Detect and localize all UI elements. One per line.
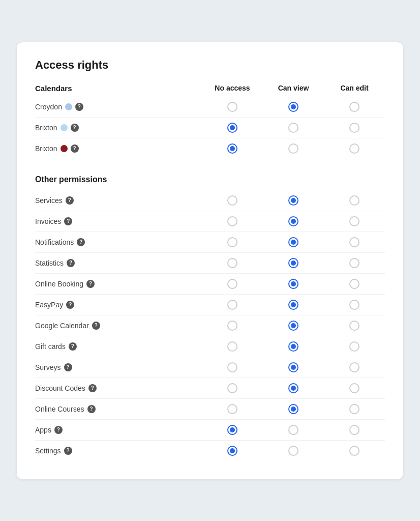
radio-button[interactable] [227,383,237,393]
radio-cell [263,195,324,206]
row-label: Invoices? [35,217,202,225]
radio-button[interactable] [349,362,359,372]
radio-cell [202,321,263,331]
radio-button[interactable] [349,404,359,414]
help-icon[interactable]: ? [54,426,63,434]
radio-cell [263,425,324,435]
radio-button[interactable] [349,383,359,393]
help-icon[interactable]: ? [71,144,79,153]
row-label: Online Booking? [35,280,202,288]
help-icon[interactable]: ? [71,124,79,132]
radio-button[interactable] [288,258,298,268]
table-row: Google Calendar? [35,315,385,336]
help-icon[interactable]: ? [75,103,83,111]
radio-cell [202,446,263,456]
table-row: Apps? [35,420,385,441]
radio-cell [324,404,385,414]
help-icon[interactable]: ? [64,447,72,455]
help-icon[interactable]: ? [77,238,85,246]
radio-button[interactable] [288,195,298,206]
radio-button[interactable] [349,258,359,268]
table-row: Croydon? [35,97,385,118]
radio-button[interactable] [227,123,237,133]
radio-button[interactable] [227,321,237,331]
radio-cell [202,279,263,289]
row-label: Google Calendar? [35,322,202,330]
radio-button[interactable] [227,425,237,435]
help-icon[interactable]: ? [66,196,74,205]
radio-cell [263,258,324,268]
other-permissions-label: Other permissions [35,175,385,184]
radio-button[interactable] [349,321,359,331]
radio-button[interactable] [349,143,359,154]
page-title: Access rights [35,59,385,72]
radio-button[interactable] [227,362,237,372]
help-icon[interactable]: ? [66,301,74,309]
radio-button[interactable] [288,383,298,393]
help-icon[interactable]: ? [86,280,95,288]
radio-button[interactable] [349,123,359,133]
help-icon[interactable]: ? [92,322,100,330]
radio-button[interactable] [227,404,237,414]
radio-button[interactable] [349,237,359,247]
row-label-text: Brixton [35,144,57,153]
radio-cell [263,404,324,414]
help-icon[interactable]: ? [88,384,97,392]
radio-button[interactable] [288,143,298,154]
row-label-text: EasyPay [35,301,63,309]
help-icon[interactable]: ? [67,259,75,267]
radio-button[interactable] [349,102,359,112]
radio-button[interactable] [227,446,237,456]
radio-cell [202,123,263,133]
radio-button[interactable] [288,446,298,456]
radio-cell [202,341,263,352]
radio-button[interactable] [288,404,298,414]
radio-button[interactable] [288,321,298,331]
radio-button[interactable] [349,279,359,289]
radio-button[interactable] [288,123,298,133]
radio-cell [263,102,324,112]
radio-button[interactable] [288,216,298,226]
radio-button[interactable] [227,237,237,247]
radio-button[interactable] [288,237,298,247]
radio-button[interactable] [227,341,237,352]
radio-button[interactable] [288,300,298,310]
row-label: Gift cards? [35,342,202,351]
radio-cell [263,383,324,393]
radio-cell [324,216,385,226]
help-icon[interactable]: ? [64,217,72,225]
radio-button[interactable] [349,341,359,352]
radio-cell [324,237,385,247]
table-row: Online Courses? [35,399,385,420]
other-permissions-table: Services?Invoices?Notifications?Statisti… [35,190,385,461]
radio-button[interactable] [288,102,298,112]
row-label-text: Invoices [35,217,61,225]
radio-button[interactable] [227,258,237,268]
radio-button[interactable] [227,143,237,154]
radio-button[interactable] [349,300,359,310]
help-icon[interactable]: ? [69,342,77,351]
radio-button[interactable] [288,425,298,435]
radio-button[interactable] [227,216,237,226]
radio-button[interactable] [227,195,237,206]
radio-cell [324,279,385,289]
radio-cell [263,123,324,133]
radio-cell [202,425,263,435]
radio-button[interactable] [288,362,298,372]
radio-button[interactable] [349,195,359,206]
radio-button[interactable] [288,279,298,289]
radio-cell [202,143,263,154]
radio-button[interactable] [349,216,359,226]
radio-button[interactable] [349,425,359,435]
radio-button[interactable] [227,279,237,289]
radio-button[interactable] [227,300,237,310]
row-label-text: Statistics [35,259,64,267]
radio-cell [202,258,263,268]
radio-button[interactable] [227,102,237,112]
calendars-label: Calendars [35,84,202,93]
radio-button[interactable] [349,446,359,456]
radio-button[interactable] [288,341,298,352]
help-icon[interactable]: ? [64,363,72,371]
radio-cell [263,341,324,352]
help-icon[interactable]: ? [87,405,96,413]
